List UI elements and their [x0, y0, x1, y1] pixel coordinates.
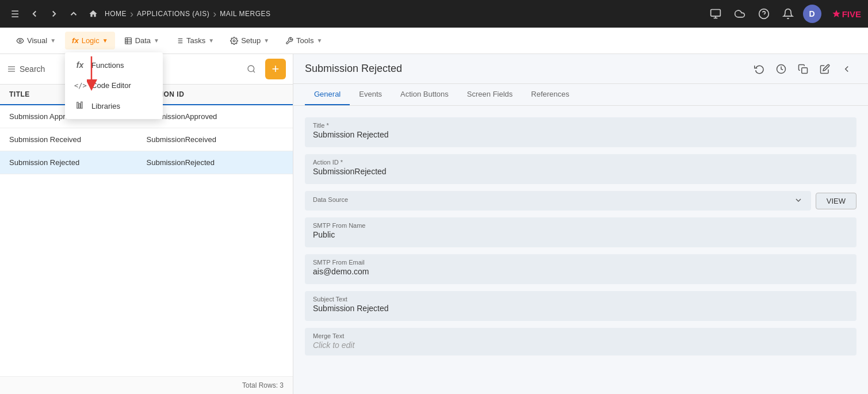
tab-screen-fields[interactable]: Screen Fields — [458, 84, 522, 105]
data-source-row: Data Source VIEW — [305, 191, 856, 211]
libraries-label: Libraries — [91, 102, 120, 110]
nav-logic-label: Logic — [82, 36, 100, 45]
five-star-icon — [832, 9, 841, 18]
row-1-action-id: SubmissionApproved — [147, 112, 284, 121]
title-label: Title * — [313, 122, 848, 129]
right-panel: Submission Rejected — [293, 54, 868, 394]
libraries-icon — [74, 101, 86, 111]
tasks-arrow: ▼ — [208, 37, 214, 44]
visual-arrow: ▼ — [50, 37, 56, 44]
dropdown-functions[interactable]: fx Functions — [65, 55, 163, 75]
breadcrumb-sep-1: › — [130, 8, 133, 20]
record-title: Submission Rejected — [305, 63, 750, 75]
home-icon[interactable] — [85, 6, 101, 22]
data-arrow: ▼ — [154, 37, 159, 44]
smtp-from-name-field: SMTP From Name Public — [305, 217, 856, 247]
bell-icon[interactable] — [779, 5, 797, 23]
subject-text-label: Subject Text — [313, 296, 848, 303]
five-logo: FIVE — [842, 9, 861, 19]
nav-visual-label: Visual — [27, 36, 47, 45]
breadcrumb-sep-2: › — [213, 8, 216, 20]
edit-button[interactable] — [815, 59, 835, 79]
smtp-from-name-label: SMTP From Name — [313, 222, 848, 229]
merge-text-label: Merge Text — [313, 332, 848, 339]
data-icon — [124, 37, 132, 45]
help-icon[interactable] — [755, 5, 773, 23]
top-bar-right: D FIVE — [706, 5, 861, 23]
data-source-chevron — [794, 196, 803, 205]
table-footer: Total Rows: 3 — [0, 376, 293, 394]
dropdown-libraries[interactable]: Libraries — [65, 95, 163, 117]
forward-button[interactable] — [46, 6, 62, 22]
nav-visual[interactable]: Visual ▼ — [9, 32, 63, 49]
code-editor-label: Code Editor — [91, 81, 131, 90]
history-button[interactable] — [771, 59, 791, 79]
nav-tasks-label: Tasks — [186, 36, 205, 45]
table-body: Submission Approved SubmissionApproved S… — [0, 105, 293, 376]
tabs-row: General Events Action Buttons Screen Fie… — [293, 84, 868, 106]
home-link[interactable]: HOME — [105, 10, 127, 18]
nav-data[interactable]: Data ▼ — [117, 32, 166, 49]
logic-dropdown: fx Functions </> Code Editor Libraries — [65, 52, 163, 119]
right-actions — [750, 59, 856, 79]
nav-data-label: Data — [135, 36, 151, 45]
add-button[interactable]: + — [265, 59, 286, 79]
functions-label: Functions — [91, 61, 124, 70]
col-action-id: Action ID — [147, 90, 284, 98]
tools-icon — [285, 37, 293, 45]
tab-events[interactable]: Events — [350, 84, 391, 105]
code-editor-icon: </> — [74, 82, 86, 90]
undo-button[interactable] — [750, 59, 769, 79]
functions-fx-icon: fx — [74, 60, 86, 70]
smtp-from-email-value[interactable]: ais@demo.com — [313, 267, 848, 278]
data-source-field[interactable]: Data Source — [305, 191, 811, 211]
tasks-icon — [175, 37, 183, 45]
nav-setup-label: Setup — [241, 36, 261, 45]
action-id-value[interactable]: SubmissionRejected — [313, 167, 848, 178]
user-avatar[interactable]: D — [803, 5, 821, 23]
nav-tools[interactable]: Tools ▼ — [278, 32, 329, 49]
title-value[interactable]: Submission Rejected — [313, 130, 848, 141]
up-button[interactable] — [66, 6, 82, 22]
form-area: Title * Submission Rejected Action ID * … — [293, 106, 868, 394]
setup-arrow: ▼ — [263, 37, 269, 44]
row-3-action-id: SubmissionRejected — [147, 158, 284, 167]
nav-tasks[interactable]: Tasks ▼ — [169, 32, 221, 49]
mail-merges-link[interactable]: MAIL MERGES — [220, 10, 270, 18]
right-header: Submission Rejected — [293, 54, 868, 84]
applications-link[interactable]: APPLICATIONS (AIS) — [137, 10, 209, 18]
merge-text-value[interactable]: Click to edit — [313, 341, 848, 350]
row-2-action-id: SubmissionReceived — [147, 135, 284, 144]
tools-arrow: ▼ — [316, 37, 322, 44]
dropdown-code-editor[interactable]: </> Code Editor — [65, 75, 163, 95]
logic-fx-icon: fx — [72, 36, 79, 45]
top-bar-left: ☰ HOME › APPLICATIONS (AIS) › MAIL MERGE… — [7, 6, 702, 22]
tab-action-buttons[interactable]: Action Buttons — [391, 84, 458, 105]
monitor-icon[interactable] — [706, 5, 725, 23]
subject-text-value[interactable]: Submission Rejected — [313, 304, 848, 315]
search-button[interactable] — [242, 60, 261, 78]
table-row-selected[interactable]: Submission Rejected SubmissionRejected — [0, 151, 293, 174]
nav-logic[interactable]: fx Logic ▼ fx Functions </> Code Editor … — [65, 32, 115, 49]
row-2-title: Submission Received — [9, 135, 147, 144]
smtp-from-name-value[interactable]: Public — [313, 230, 848, 242]
smtp-from-email-field: SMTP From Email ais@demo.com — [305, 254, 856, 284]
svg-rect-9 — [81, 102, 82, 108]
search-label: Search — [20, 64, 45, 74]
tab-references[interactable]: References — [522, 84, 578, 105]
secondary-nav: Visual ▼ fx Logic ▼ fx Functions </> Cod… — [0, 28, 868, 54]
table-row[interactable]: Submission Received SubmissionReceived — [0, 128, 293, 151]
view-button[interactable]: VIEW — [816, 193, 856, 209]
back-button[interactable] — [26, 6, 43, 22]
svg-point-26 — [248, 66, 254, 72]
tab-general[interactable]: General — [305, 84, 350, 105]
cloud-person-icon[interactable] — [731, 5, 749, 23]
nav-setup[interactable]: Setup ▼ — [223, 32, 276, 49]
svg-point-22 — [233, 40, 235, 42]
back-close-button[interactable] — [837, 59, 856, 79]
hamburger-icon[interactable]: ☰ — [7, 6, 23, 22]
row-3-title: Submission Rejected — [9, 158, 147, 167]
copy-button[interactable] — [793, 59, 813, 79]
svg-rect-7 — [77, 102, 78, 109]
smtp-from-email-label: SMTP From Email — [313, 259, 848, 266]
